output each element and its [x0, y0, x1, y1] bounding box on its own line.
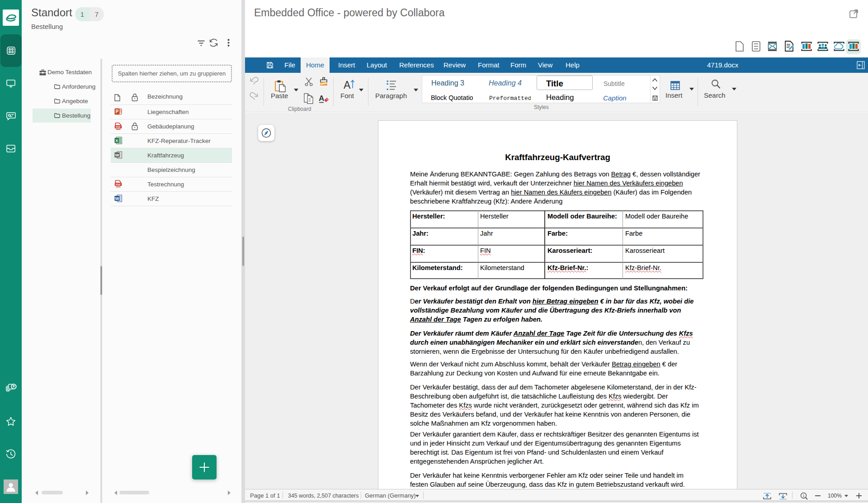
- svg-text:PDF: PDF: [116, 126, 121, 128]
- svg-text:1: 1: [802, 493, 805, 498]
- svg-text:PDF: PDF: [116, 183, 121, 186]
- svg-text:W: W: [115, 196, 119, 201]
- svg-text:W: W: [115, 152, 119, 157]
- svg-text:P: P: [116, 109, 119, 114]
- svg-text:A: A: [319, 94, 324, 103]
- svg-text:X: X: [115, 138, 118, 143]
- svg-text:A: A: [344, 79, 351, 90]
